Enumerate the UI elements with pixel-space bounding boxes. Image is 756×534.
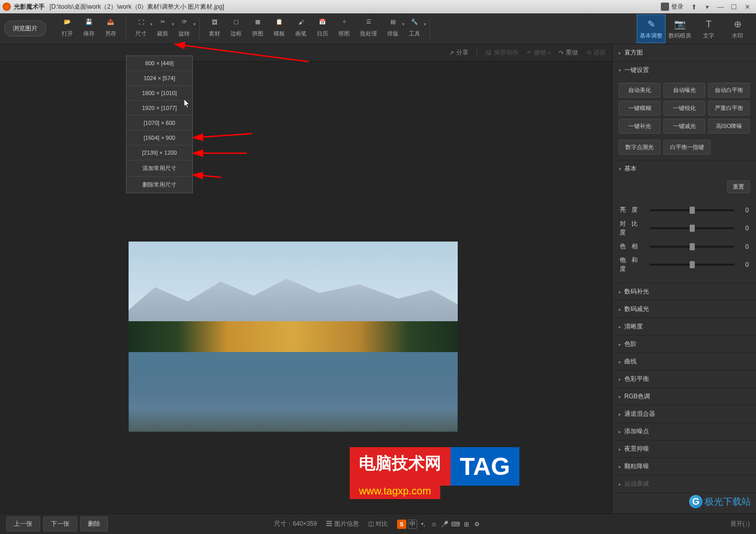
next-image-button[interactable]: 下一张: [43, 517, 77, 531]
reset-button[interactable]: 重置: [727, 180, 750, 193]
section-motion-attenuation[interactable]: 运动衰减: [613, 475, 756, 492]
section-basic[interactable]: 基本: [613, 160, 756, 177]
quick-btn2-0[interactable]: 数字点测光: [619, 140, 660, 155]
slider-thumb-0[interactable]: [690, 207, 695, 214]
dropdown-button[interactable]: ▾: [701, 2, 713, 11]
section-oneclick[interactable]: 一键设置: [613, 62, 756, 79]
quick-btn-8[interactable]: 高ISO降噪: [708, 119, 750, 134]
slider-2[interactable]: [650, 246, 734, 248]
tool-template[interactable]: 📋模板: [268, 14, 290, 43]
right-tab-2[interactable]: T文字: [694, 14, 723, 43]
size-preset-3[interactable]: 1920 × [1077]: [127, 101, 192, 116]
tool-label: 排版: [387, 30, 399, 38]
ime-lang-button[interactable]: 中: [408, 520, 417, 529]
browse-images-button[interactable]: 浏览图片: [4, 21, 46, 36]
tab-icon-3: ⊕: [731, 18, 744, 30]
ime-keyboard-icon[interactable]: ⌨: [451, 520, 460, 529]
section-grain-reduce[interactable]: 颗粒降噪: [613, 458, 756, 475]
quick-btn-4[interactable]: 一键锐化: [663, 101, 705, 116]
section-night-suppress[interactable]: 夜景抑噪: [613, 440, 756, 457]
section-histogram[interactable]: 直方图: [613, 44, 756, 61]
redo-button[interactable]: ↷重做: [559, 48, 578, 57]
share-button[interactable]: ↗分享: [449, 48, 469, 57]
size-preset-4[interactable]: [1070] × 600: [127, 116, 192, 131]
size-preset-8[interactable]: 删除常用尺寸: [127, 177, 192, 193]
ime-punct-icon[interactable]: •,: [419, 520, 428, 529]
tool-crop[interactable]: ✂裁剪: [152, 14, 173, 43]
tool-cutout[interactable]: ✧抠图: [333, 14, 355, 43]
watermark-url: www.tagxp.com: [350, 483, 440, 499]
tool-border[interactable]: ▢边框: [225, 14, 247, 43]
image-info-button[interactable]: ☰ 图片信息: [326, 520, 358, 528]
tool-material[interactable]: 🖼素材: [204, 14, 225, 43]
tool-batch[interactable]: ☰批处理: [355, 14, 382, 43]
section-curves[interactable]: 曲线: [613, 353, 756, 370]
size-preset-6[interactable]: [2139] × 1200: [127, 145, 192, 160]
undo-button[interactable]: ↶撤销▾: [527, 48, 550, 57]
tool-layout[interactable]: ▤排版: [382, 14, 404, 43]
expand-button[interactable]: 展开(↓): [730, 520, 750, 528]
restore-button[interactable]: ⟲还原: [586, 48, 606, 57]
size-preset-2[interactable]: 1800 × [1010]: [127, 86, 192, 101]
rotate-icon: ⟳: [178, 16, 190, 28]
minimize-button[interactable]: —: [714, 2, 727, 11]
tool-collage[interactable]: ▦拼图: [247, 14, 268, 43]
slider-thumb-1[interactable]: [690, 225, 695, 232]
tool-calendar[interactable]: 📅日历: [312, 14, 333, 43]
quick-btn-1[interactable]: 自动曝光: [663, 83, 705, 98]
slider-thumb-3[interactable]: [690, 261, 695, 268]
ime-emoji-icon[interactable]: ☺: [429, 520, 439, 529]
section-add-noise[interactable]: 添加噪点: [613, 423, 756, 440]
compare-button[interactable]: ◫ 对比: [368, 520, 388, 528]
section-digital-fill[interactable]: 数码补光: [613, 283, 756, 300]
close-button[interactable]: ✕: [741, 2, 753, 11]
quick-btn2-1[interactable]: 白平衡一指键: [663, 140, 711, 155]
section-levels[interactable]: 色阶: [613, 336, 756, 353]
pin-button[interactable]: ⬆: [688, 2, 700, 11]
size-preset-7[interactable]: 添加常用尺寸: [127, 160, 192, 177]
section-channel-mix[interactable]: 通道混合器: [613, 406, 756, 422]
tool-saveas[interactable]: 📤另存: [100, 14, 121, 43]
tool-size[interactable]: ⛶尺寸: [130, 14, 152, 43]
tool-brush[interactable]: 🖌画笔: [290, 14, 312, 43]
section-digital-dim[interactable]: 数码减光: [613, 301, 756, 318]
quick-btn-2[interactable]: 自动白平衡: [708, 83, 750, 98]
tool-tools[interactable]: 🔧工具: [404, 14, 425, 43]
quick-btn-7[interactable]: 一键减光: [663, 119, 705, 134]
maximize-button[interactable]: ☐: [728, 2, 740, 11]
ime-grid-icon[interactable]: ⊞: [462, 520, 471, 529]
slider-3[interactable]: [650, 264, 734, 266]
batch-icon: ☰: [363, 16, 374, 28]
slider-value-2: 0: [739, 243, 749, 250]
right-tab-1[interactable]: 📷数码暗房: [665, 14, 694, 43]
image-canvas[interactable]: [129, 242, 458, 432]
quick-btn-6[interactable]: 一键补光: [619, 119, 660, 134]
ime-logo-icon[interactable]: S: [397, 520, 406, 529]
size-preset-1[interactable]: 1024 × [574]: [127, 71, 192, 86]
prev-image-button[interactable]: 上一张: [6, 517, 40, 531]
quick-btn-3[interactable]: 一键模糊: [619, 101, 660, 116]
tool-open[interactable]: 📂打开: [57, 14, 78, 43]
tool-save[interactable]: 💾保存: [78, 14, 100, 43]
status-bar: 上一张 下一张 删除 尺寸：640×359 ☰ 图片信息 ◫ 对比 S 中 •,…: [0, 513, 756, 534]
tool-rotate[interactable]: ⟳旋转: [173, 14, 195, 43]
save-action-button[interactable]: 🖫保存动作: [485, 48, 518, 57]
section-clarity[interactable]: 清晰度: [613, 318, 756, 335]
tool-label: 边框: [230, 30, 242, 38]
delete-button[interactable]: 删除: [80, 517, 108, 531]
section-rgb[interactable]: RGB色调: [613, 388, 756, 405]
quick-btn-5[interactable]: 严重白平衡: [708, 101, 750, 116]
right-tab-3[interactable]: ⊕水印: [723, 14, 752, 43]
size-preset-0[interactable]: 800 × [449]: [127, 56, 192, 71]
size-preset-5[interactable]: [1604] × 900: [127, 131, 192, 145]
ime-settings-icon[interactable]: ⚙: [473, 520, 482, 529]
ime-mic-icon[interactable]: 🎤: [440, 520, 449, 529]
right-tab-0[interactable]: ✎基本调整: [637, 14, 665, 43]
quick-btn-0[interactable]: 自动美化: [619, 83, 660, 98]
slider-1[interactable]: [650, 227, 734, 229]
slider-thumb-2[interactable]: [690, 243, 695, 250]
login-button[interactable]: 登录: [657, 2, 688, 12]
slider-label-1: 对 比 度: [620, 219, 645, 237]
section-color-balance[interactable]: 色彩平衡: [613, 371, 756, 388]
slider-0[interactable]: [650, 209, 734, 211]
